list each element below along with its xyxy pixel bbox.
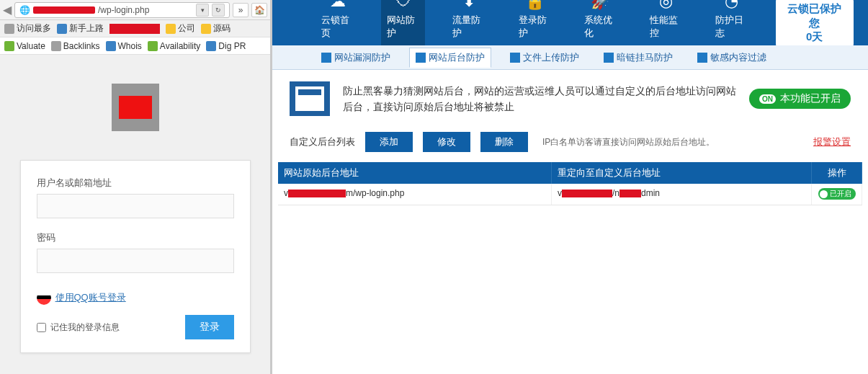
darklink-icon bbox=[604, 53, 614, 63]
back-icon[interactable]: ◀ bbox=[3, 3, 12, 17]
delete-button[interactable]: 删除 bbox=[480, 132, 528, 152]
page-body: 用户名或邮箱地址 密码 使用QQ账号登录 记住我的登录信息 登录 bbox=[0, 55, 270, 374]
vuln-icon bbox=[321, 53, 331, 63]
bookmarks-bar: 访问最多 新手上路 公司 源码 bbox=[0, 20, 270, 37]
rules-table: 网站原始后台地址 重定向至自定义后台地址 操作 vm/wp-login.php … bbox=[278, 162, 862, 205]
subtab-upload[interactable]: 文件上传防护 bbox=[504, 48, 585, 67]
yunsuo-panel: ☁云锁首页 🛡网站防护 ⬇流量防护 🔒登录防护 🚀系统优化 ◎性能监控 ◔防护日… bbox=[272, 0, 868, 374]
edit-button[interactable]: 修改 bbox=[423, 132, 470, 152]
subtab-sens[interactable]: 敏感内容过滤 bbox=[692, 48, 772, 67]
alarm-link[interactable]: 报警设置 bbox=[813, 135, 851, 148]
bookmark-company[interactable]: 公司 bbox=[166, 22, 195, 35]
upload-icon bbox=[510, 53, 520, 63]
table-header: 网站原始后台地址 重定向至自定义后台地址 操作 bbox=[278, 162, 862, 184]
action-row: 自定义后台列表 添加 修改 删除 IP白名单访客请直接访问网站原始后台地址。 报… bbox=[272, 128, 868, 162]
tool-valuate[interactable]: Valuate bbox=[4, 41, 45, 51]
remember-input[interactable] bbox=[37, 323, 46, 332]
nav-log[interactable]: ◔防护日志 bbox=[710, 0, 753, 45]
feature-info: 防止黑客暴力猜测网站后台，网站的运营或运维人员可以通过自定义的后台地址访问网站后… bbox=[272, 70, 868, 128]
lock-icon: 🔒 bbox=[523, 0, 546, 12]
forward-icon[interactable]: » bbox=[233, 3, 249, 17]
table-row[interactable]: vm/wp-login.php v/ndmin 已开启 bbox=[278, 184, 862, 205]
window-icon bbox=[290, 81, 330, 116]
shield-icon: 🛡 bbox=[392, 0, 415, 12]
subtab-dark[interactable]: 暗链挂马防护 bbox=[598, 48, 679, 67]
login-button[interactable]: 登录 bbox=[185, 315, 234, 339]
add-button[interactable]: 添加 bbox=[365, 132, 413, 152]
browser-pane: ◀ 🌐 /wp-login.php ▾ ↻ » 🏠 访问最多 新手上路 公司 源… bbox=[0, 0, 272, 374]
nav-web[interactable]: 🛡网站防护 bbox=[381, 0, 425, 45]
feature-enabled-badge: ON 本功能已开启 bbox=[749, 89, 851, 109]
admin-icon bbox=[416, 53, 426, 63]
traffic-icon: ⬇ bbox=[457, 0, 480, 12]
tool-whois[interactable]: Whois bbox=[106, 41, 142, 51]
tool-digpr[interactable]: Dig PR bbox=[206, 41, 246, 51]
nav-login[interactable]: 🔒登录防护 bbox=[513, 0, 557, 45]
reload-icon[interactable]: ↻ bbox=[212, 4, 225, 17]
cell-original: vm/wp-login.php bbox=[278, 184, 552, 205]
bookmark-most[interactable]: 访问最多 bbox=[4, 22, 51, 35]
url-field[interactable]: 🌐 /wp-login.php ▾ ↻ bbox=[14, 2, 230, 18]
nav-opt[interactable]: 🚀系统优化 bbox=[578, 0, 622, 45]
feature-desc: 防止黑客暴力猜测网站后台，网站的运营或运维人员可以通过自定义的后台地址访问网站后… bbox=[343, 83, 736, 115]
target-icon: ◎ bbox=[655, 0, 678, 12]
subtab-admin[interactable]: 网站后台防护 bbox=[409, 48, 491, 68]
site-logo bbox=[112, 84, 159, 131]
username-label: 用户名或邮箱地址 bbox=[37, 177, 234, 190]
cloud-lock-icon: ☁ bbox=[326, 0, 349, 12]
col-action: 操作 bbox=[812, 162, 862, 184]
redacted-host bbox=[33, 6, 95, 14]
subtab-bar: 网站漏洞防护 网站后台防护 文件上传防护 暗链挂马防护 敏感内容过滤 bbox=[272, 45, 868, 70]
cell-redirect: v/ndmin bbox=[552, 184, 812, 205]
address-bar: ◀ 🌐 /wp-login.php ▾ ↻ » 🏠 bbox=[0, 0, 270, 20]
bookmark-redacted[interactable] bbox=[109, 24, 160, 34]
nav-traffic[interactable]: ⬇流量防护 bbox=[447, 0, 491, 45]
tool-backlinks[interactable]: Backlinks bbox=[51, 41, 100, 51]
url-path: /wp-login.php bbox=[98, 5, 149, 15]
subtab-vuln[interactable]: 网站漏洞防护 bbox=[316, 48, 396, 67]
bookmark-newbie[interactable]: 新手上路 bbox=[57, 22, 104, 35]
remember-checkbox[interactable]: 记住我的登录信息 bbox=[37, 321, 120, 334]
rocket-icon: 🚀 bbox=[589, 0, 612, 12]
home-icon[interactable]: 🏠 bbox=[251, 3, 267, 17]
bookmark-source[interactable]: 源码 bbox=[201, 22, 231, 35]
globe-icon: 🌐 bbox=[19, 5, 30, 15]
seo-toolbar: Valuate Backlinks Whois Availability Dig… bbox=[0, 37, 270, 55]
nav-perf[interactable]: ◎性能监控 bbox=[644, 0, 688, 45]
nav-home[interactable]: ☁云锁首页 bbox=[316, 0, 359, 45]
login-form: 用户名或邮箱地址 密码 使用QQ账号登录 记住我的登录信息 登录 bbox=[20, 160, 251, 353]
filter-icon bbox=[697, 53, 707, 63]
tool-availability[interactable]: Availability bbox=[148, 41, 200, 51]
password-input[interactable] bbox=[37, 249, 234, 273]
username-input[interactable] bbox=[37, 194, 234, 218]
row-toggle[interactable]: 已开启 bbox=[818, 188, 856, 200]
top-nav: ☁云锁首页 🛡网站防护 ⬇流量防护 🔒登录防护 🚀系统优化 ◎性能监控 ◔防护日… bbox=[272, 0, 868, 45]
whitelist-note: IP白名单访客请直接访问网站原始后台地址。 bbox=[542, 136, 715, 148]
qq-login-link[interactable]: 使用QQ账号登录 bbox=[55, 291, 126, 304]
cell-toggle[interactable]: 已开启 bbox=[812, 184, 862, 205]
col-redirect: 重定向至自定义后台地址 bbox=[552, 162, 812, 184]
list-label: 自定义后台列表 bbox=[290, 135, 355, 148]
disk-icon: ◔ bbox=[720, 0, 743, 12]
password-label: 密码 bbox=[37, 231, 234, 244]
qq-login-row: 使用QQ账号登录 bbox=[37, 290, 234, 305]
dropdown-icon[interactable]: ▾ bbox=[196, 4, 209, 17]
col-original: 网站原始后台地址 bbox=[278, 162, 552, 184]
on-pill: ON bbox=[759, 94, 776, 104]
qq-icon bbox=[37, 290, 51, 305]
protect-badge: 云锁已保护您0天 bbox=[776, 0, 854, 47]
